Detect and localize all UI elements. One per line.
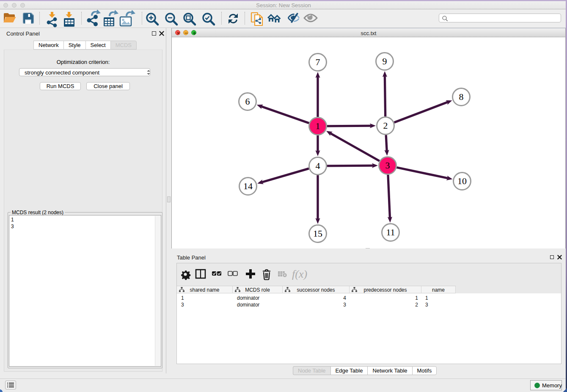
svg-text:f(x): f(x) <box>292 268 307 280</box>
svg-text:2: 2 <box>383 120 388 131</box>
svg-text:1: 1 <box>316 121 320 131</box>
svg-text:9: 9 <box>383 56 387 66</box>
svg-text:3: 3 <box>385 160 390 171</box>
svg-text:7: 7 <box>316 57 320 67</box>
svg-text:10: 10 <box>457 176 467 186</box>
svg-text:15: 15 <box>313 228 322 239</box>
svg-text:4: 4 <box>316 160 320 171</box>
svg-text:8: 8 <box>459 91 464 102</box>
svg-text:6: 6 <box>245 96 250 107</box>
svg-text:11: 11 <box>386 227 395 237</box>
svg-text:14: 14 <box>243 181 253 191</box>
